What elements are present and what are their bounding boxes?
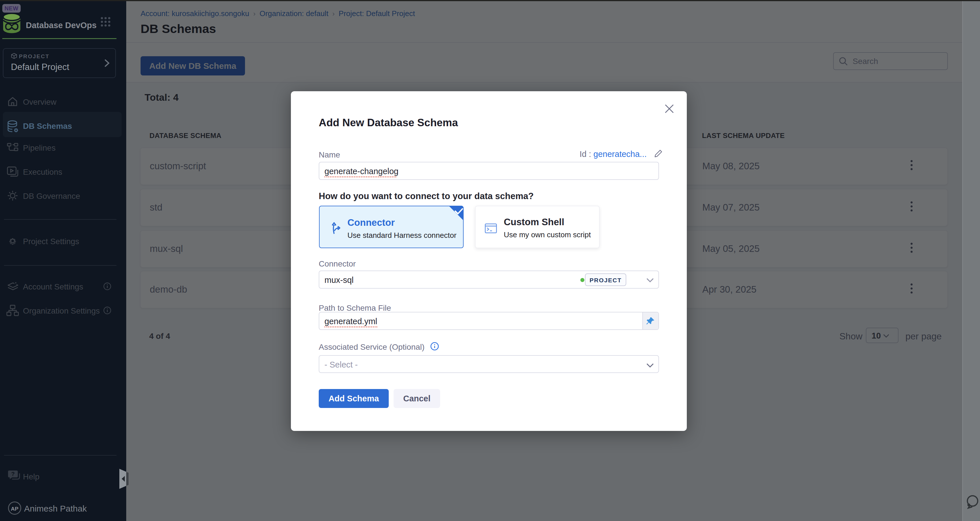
- svg-text:?: ?: [11, 471, 14, 477]
